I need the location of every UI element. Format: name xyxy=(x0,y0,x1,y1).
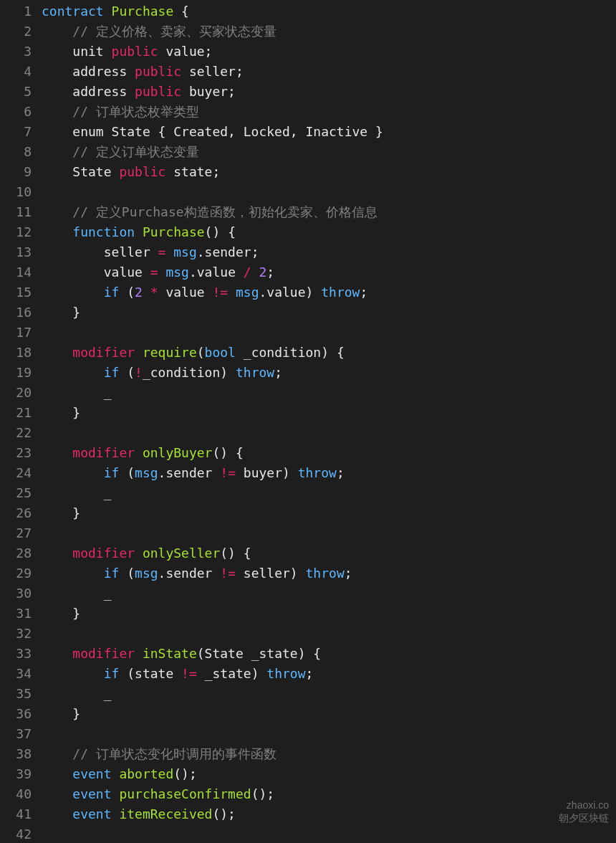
token-var: msg xyxy=(135,465,158,480)
code-line: _ xyxy=(42,684,616,704)
token-punc: (); xyxy=(212,806,236,821)
line-number: 35 xyxy=(4,684,32,704)
line-number: 27 xyxy=(4,523,32,543)
code-line: modifier onlyBuyer() { xyxy=(42,443,616,463)
token-ind xyxy=(42,706,72,721)
token-comm: // 定义订单状态变量 xyxy=(72,144,199,159)
line-number: 40 xyxy=(4,784,32,804)
line-number: 31 xyxy=(4,604,32,624)
code-line: // 定义订单状态变量 xyxy=(42,142,616,162)
code-line: event itemReceived(); xyxy=(42,804,616,824)
token-ind xyxy=(42,606,72,621)
code-line xyxy=(42,323,616,343)
token-punc: ; xyxy=(337,465,345,480)
token-mod: public xyxy=(135,84,181,99)
token-punc: ; xyxy=(345,566,352,581)
token-ind xyxy=(42,646,72,661)
token-op: != xyxy=(220,465,236,480)
code-area[interactable]: contract Purchase { // 定义价格、卖家、买家状态变量 un… xyxy=(39,0,616,843)
line-number: 8 xyxy=(4,142,32,162)
token-num: 2 xyxy=(135,285,143,300)
code-line: function Purchase() { xyxy=(42,222,616,242)
token-punc: . xyxy=(189,265,197,280)
token-id xyxy=(158,265,166,280)
token-id: _state) xyxy=(197,666,267,681)
token-kw: throw xyxy=(298,465,337,480)
token-kw: throw xyxy=(236,365,274,380)
token-ind xyxy=(42,285,104,300)
token-ind xyxy=(42,566,104,581)
token-comm: // 订单状态枚举类型 xyxy=(72,104,199,119)
code-line: // 定义价格、卖家、买家状态变量 xyxy=(42,22,616,42)
token-id: value) xyxy=(266,285,321,300)
token-ind xyxy=(42,224,72,239)
token-fn: onlyBuyer xyxy=(143,445,213,460)
token-kw: if xyxy=(104,365,120,380)
token-punc: } xyxy=(72,505,80,520)
token-ind xyxy=(42,505,72,520)
line-number: 34 xyxy=(4,664,32,684)
code-line: } xyxy=(42,303,616,323)
code-line xyxy=(42,624,616,644)
token-fn: itemReceived xyxy=(119,806,212,821)
token-mod: modifier xyxy=(72,445,135,460)
token-op: = xyxy=(158,244,166,259)
token-punc: } xyxy=(72,706,80,721)
token-num: 2 xyxy=(259,265,267,280)
token-ind xyxy=(42,345,72,360)
line-number: 2 xyxy=(4,22,32,42)
line-number: 10 xyxy=(4,182,32,202)
token-id: seller) xyxy=(236,566,306,581)
code-line xyxy=(42,423,616,443)
token-id xyxy=(143,285,150,300)
code-line: if (state != _state) throw; xyxy=(42,664,616,684)
token-punc: } xyxy=(72,405,80,420)
token-id: _ xyxy=(104,385,112,400)
token-kw: function xyxy=(72,224,135,239)
token-id: enum State { Created, Locked, Inactive } xyxy=(72,124,382,139)
line-number: 24 xyxy=(4,463,32,483)
line-number: 15 xyxy=(4,282,32,303)
token-id: address xyxy=(72,64,135,79)
token-id: seller; xyxy=(181,64,244,79)
token-punc: () xyxy=(220,546,236,561)
code-line: } xyxy=(42,503,616,523)
line-number: 32 xyxy=(4,624,32,644)
token-kw: event xyxy=(72,806,111,821)
token-id: value xyxy=(104,265,150,280)
token-var: msg xyxy=(165,265,189,280)
code-line: _ xyxy=(42,483,616,503)
token-punc: } xyxy=(72,606,80,621)
token-sp xyxy=(135,345,143,360)
token-sp xyxy=(135,445,143,460)
token-id: buyer; xyxy=(181,84,236,99)
line-number: 4 xyxy=(4,62,32,82)
token-ind xyxy=(42,546,72,561)
token-op: != xyxy=(220,566,236,581)
token-id: State xyxy=(72,164,119,179)
token-sp xyxy=(329,345,337,360)
token-bool: bool xyxy=(205,345,236,360)
code-line: } xyxy=(42,704,616,724)
token-ind xyxy=(42,586,104,601)
token-kw: if xyxy=(104,566,120,581)
token-ind xyxy=(42,64,72,79)
code-line: _ xyxy=(42,584,616,604)
token-id: _condition xyxy=(236,345,321,360)
token-id xyxy=(228,285,236,300)
token-kw: if xyxy=(104,285,120,300)
token-ind xyxy=(42,265,104,280)
token-fn: inState xyxy=(143,646,197,661)
code-line: modifier inState(State _state) { xyxy=(42,644,616,664)
line-number: 5 xyxy=(4,82,32,102)
token-mod: modifier xyxy=(72,345,135,360)
token-sp xyxy=(112,806,120,821)
token-id: sender xyxy=(165,465,220,480)
token-mod: public xyxy=(112,44,158,59)
token-sp xyxy=(236,546,244,561)
token-ind xyxy=(42,405,72,420)
line-number: 11 xyxy=(4,202,32,222)
token-ind xyxy=(42,465,104,480)
line-number: 29 xyxy=(4,563,32,584)
line-number: 21 xyxy=(4,403,32,423)
